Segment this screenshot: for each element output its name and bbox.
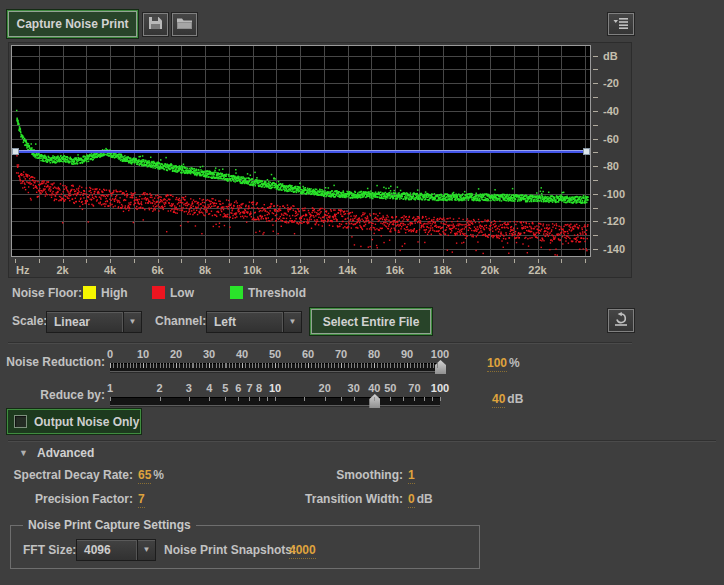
x-tick-label: 10k: [243, 264, 261, 276]
x-tickmark: [110, 259, 111, 263]
slider-tick-label: 20: [319, 382, 331, 394]
reduce-by-slider[interactable]: 12345678102030405070100: [110, 382, 440, 412]
y-tickmark: [593, 83, 598, 84]
x-tickmark: [443, 259, 444, 263]
fft-size-select[interactable]: 4096 ▼: [76, 539, 156, 561]
noise-reduction-label: Noise Reduction:: [0, 355, 105, 369]
smoothing-label: Smoothing:: [270, 468, 403, 482]
slider-tick-label: 2: [157, 382, 163, 394]
output-noise-only-highlight-box: Output Noise Only: [7, 409, 141, 434]
db-axis: dB-20-40-60-80-100-120-140: [593, 45, 633, 257]
spectrum-canvas[interactable]: [12, 46, 590, 256]
noise-print-snapshots-label: Noise Print Snapshots:: [164, 543, 296, 557]
transition-width-number[interactable]: 0: [408, 492, 415, 508]
slider-tickmark: [275, 397, 276, 401]
slider-tick-label: 30: [348, 382, 360, 394]
low-color-swatch: [152, 286, 165, 299]
capture-highlight-box: Capture Noise Print: [7, 10, 138, 38]
slider-tick-label: 1: [107, 382, 113, 394]
y-tickmark: [593, 166, 598, 167]
slider-tickmark: [225, 397, 226, 401]
chevron-down-icon: ▼: [123, 312, 141, 332]
noise-reduction-unit: %: [509, 356, 520, 370]
x-tickmark: [466, 259, 467, 263]
slider-tickmark: [209, 397, 210, 401]
slider-tick-label: 10: [269, 382, 281, 394]
slider-tickmark: [249, 397, 250, 401]
y-tickmark: [593, 221, 598, 222]
group-title: Noise Print Capture Settings: [23, 518, 196, 532]
open-noise-print-button[interactable]: [172, 13, 197, 36]
slider-tickmark: [110, 397, 111, 401]
legend-title: Noise Floor:: [12, 286, 82, 300]
select-entire-file-highlight-box: Select Entire File: [310, 308, 432, 335]
x-tickmark: [15, 259, 16, 263]
noise-reduction-slider[interactable]: 0102030405060708090100: [110, 348, 440, 378]
x-tickmark: [63, 259, 64, 263]
slider-tickmark: [440, 397, 441, 401]
precision-factor-value: 7: [138, 492, 147, 506]
y-tickmark: [593, 235, 598, 236]
x-tickmark: [561, 259, 562, 263]
x-tickmark: [229, 259, 230, 263]
transition-width-label: Transition Width:: [270, 492, 403, 506]
chevron-down-icon: ▼: [283, 312, 301, 332]
slider-tickmark: [267, 397, 268, 401]
scale-label: Scale:: [12, 314, 47, 328]
x-tickmark: [158, 259, 159, 263]
x-tickmark: [86, 259, 87, 263]
y-tickmark: [593, 56, 598, 57]
noise-reduction-panel: Capture Noise Print dB-20-40-60-80-100-1…: [0, 0, 724, 585]
slider-tick-label: 20: [170, 348, 182, 360]
x-tick-label: 14k: [338, 264, 356, 276]
smoothing-number[interactable]: 1: [408, 468, 415, 484]
x-tickmark: [39, 259, 40, 263]
precision-factor-label: Precision Factor:: [0, 492, 133, 506]
advanced-header[interactable]: Advanced: [37, 446, 94, 460]
output-noise-only-checkbox[interactable]: [14, 415, 27, 428]
x-tickmark: [253, 259, 254, 263]
reduce-by-value-number[interactable]: 40: [492, 392, 505, 408]
select-entire-file-button[interactable]: Select Entire File: [311, 309, 431, 334]
precision-factor-number[interactable]: 7: [138, 492, 145, 508]
scale-select[interactable]: Linear ▼: [46, 311, 142, 333]
noise-print-snapshots-value: 4000: [289, 543, 316, 557]
slider-tickmark: [414, 397, 415, 401]
slider-tickmark: [189, 397, 190, 401]
slider-tickmark: [374, 397, 375, 401]
y-tick-label: -20: [603, 77, 619, 89]
advanced-disclosure-triangle[interactable]: ▼: [19, 448, 28, 458]
reduce-by-value: 40dB: [492, 392, 523, 406]
x-tickmark: [490, 259, 491, 263]
y-tickmark: [593, 69, 598, 70]
spectrum-plot[interactable]: [11, 45, 591, 257]
noise-floor-legend: Noise Floor: High Low Threshold: [0, 286, 724, 301]
x-tickmark: [300, 259, 301, 263]
y-tick-label: -40: [603, 105, 619, 117]
y-tickmark: [593, 111, 598, 112]
slider-tick-label: 7: [246, 382, 252, 394]
x-tickmark: [324, 259, 325, 263]
save-noise-print-button[interactable]: [143, 13, 168, 36]
noise-reduction-value: 100%: [487, 356, 520, 370]
save-icon: [148, 16, 163, 34]
x-tickmark: [276, 259, 277, 263]
y-tickmark: [593, 249, 598, 250]
channel-select[interactable]: Left ▼: [206, 311, 302, 333]
transition-width-value: 0dB: [408, 492, 433, 506]
slider-tick-label: 5: [222, 382, 228, 394]
x-tickmark: [538, 259, 539, 263]
reset-button[interactable]: [608, 309, 634, 332]
spectral-decay-rate-number[interactable]: 65: [138, 468, 151, 484]
slider-tick-label: 6: [235, 382, 241, 394]
slider-tickmark: [390, 397, 391, 401]
x-tickmark: [371, 259, 372, 263]
noise-print-snapshots-number[interactable]: 4000: [289, 543, 316, 559]
capture-noise-print-button[interactable]: Capture Noise Print: [8, 11, 137, 37]
x-tick-label: 16k: [386, 264, 404, 276]
panel-menu-button[interactable]: [608, 13, 634, 35]
slider-tick-label: 10: [137, 348, 149, 360]
slider-tickmark: [325, 397, 326, 401]
slider-tick-label: 40: [236, 348, 248, 360]
noise-reduction-value-number[interactable]: 100: [487, 356, 507, 372]
